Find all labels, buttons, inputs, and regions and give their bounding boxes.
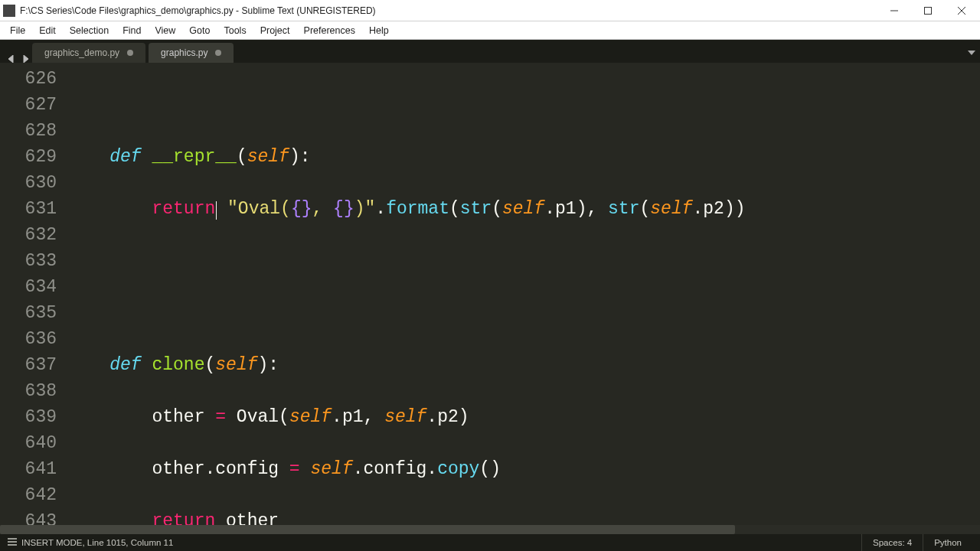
line-number: 633 (0, 248, 57, 274)
menu-find[interactable]: Find (116, 23, 148, 38)
svg-marker-4 (8, 55, 13, 63)
line-number: 640 (0, 430, 57, 456)
menu-tools[interactable]: Tools (217, 23, 253, 38)
line-number: 637 (0, 352, 57, 378)
tab-graphics[interactable]: graphics.py (149, 43, 234, 63)
tab-history-forward[interactable] (18, 55, 32, 63)
line-number: 635 (0, 300, 57, 326)
menu-project[interactable]: Project (253, 23, 297, 38)
horizontal-scrollbar[interactable] (0, 525, 980, 534)
svg-marker-6 (968, 51, 975, 55)
tab-graphics-demo[interactable]: graphics_demo.py (32, 43, 145, 63)
menu-view[interactable]: View (148, 23, 182, 38)
line-number: 628 (0, 118, 57, 144)
scrollbar-thumb[interactable] (0, 525, 735, 534)
maximize-button[interactable] (911, 0, 945, 21)
code-editor[interactable]: 626 627 628 629 630 631 632 633 634 635 … (0, 63, 980, 534)
line-number: 634 (0, 274, 57, 300)
menu-selection[interactable]: Selection (63, 23, 116, 38)
line-number: 626 (0, 66, 57, 92)
line-number: 631 (0, 196, 57, 222)
status-position[interactable]: INSERT MODE, Line 1015, Column 11 (21, 538, 173, 547)
close-button[interactable] (945, 0, 978, 21)
dirty-indicator-icon (215, 50, 221, 56)
line-number: 642 (0, 482, 57, 508)
window-title: F:\CS Series\Code Files\graphics_demo\gr… (20, 5, 376, 16)
line-number: 632 (0, 222, 57, 248)
tab-history-back[interactable] (5, 55, 18, 63)
menu-edit[interactable]: Edit (32, 23, 63, 38)
app-icon (3, 5, 15, 17)
line-number: 629 (0, 144, 57, 170)
tab-label: graphics_demo.py (44, 47, 119, 58)
line-number-gutter: 626 627 628 629 630 631 632 633 634 635 … (0, 63, 67, 534)
line-number: 638 (0, 378, 57, 404)
line-number: 639 (0, 404, 57, 430)
tab-bar: graphics_demo.py graphics.py (0, 40, 980, 63)
svg-marker-5 (24, 55, 28, 63)
line-number: 627 (0, 92, 57, 118)
tab-label: graphics.py (161, 47, 207, 58)
hamburger-icon[interactable] (8, 538, 17, 547)
tab-dropdown-icon[interactable] (968, 46, 975, 60)
status-bar: INSERT MODE, Line 1015, Column 11 Spaces… (0, 534, 980, 551)
menu-bar: File Edit Selection Find View Goto Tools… (0, 21, 980, 40)
menu-help[interactable]: Help (362, 23, 396, 38)
line-number: 630 (0, 170, 57, 196)
window-titlebar: F:\CS Series\Code Files\graphics_demo\gr… (0, 0, 980, 21)
status-syntax[interactable]: Python (923, 534, 972, 551)
minimap[interactable] (965, 63, 980, 534)
minimize-button[interactable] (877, 0, 911, 21)
line-number: 636 (0, 326, 57, 352)
text-cursor-icon (216, 201, 217, 220)
code-area[interactable]: def __repr__(self): return "Oval({}, {})… (67, 63, 965, 534)
menu-file[interactable]: File (3, 23, 32, 38)
status-indent[interactable]: Spaces: 4 (861, 534, 923, 551)
menu-preferences[interactable]: Preferences (297, 23, 362, 38)
dirty-indicator-icon (127, 50, 133, 56)
svg-rect-1 (925, 7, 932, 14)
line-number: 641 (0, 456, 57, 482)
menu-goto[interactable]: Goto (182, 23, 217, 38)
